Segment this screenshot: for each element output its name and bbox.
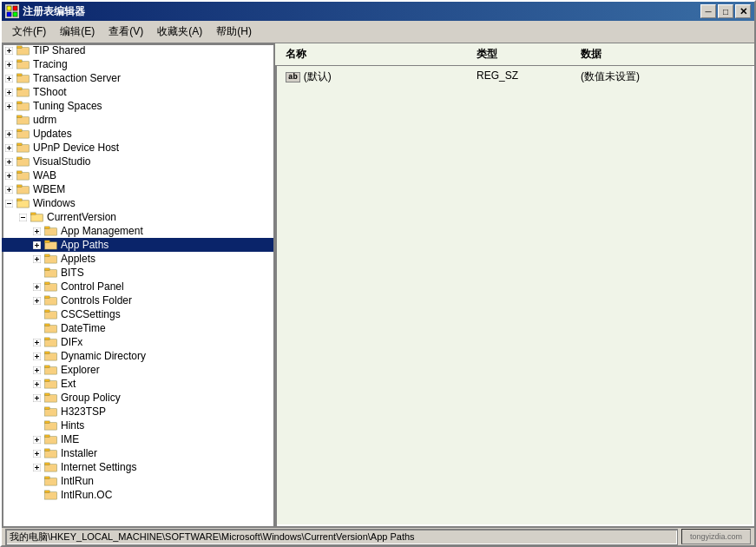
tree-label: IntlRun	[61, 475, 94, 487]
tree-toggle-minus[interactable]	[19, 214, 27, 221]
tree-item-grouppolicy[interactable]: Group Policy	[2, 391, 273, 405]
tree-toggle-plus[interactable]	[5, 144, 13, 152]
tree-item-ime[interactable]: IME	[2, 432, 273, 446]
tree-item-installer[interactable]: Installer	[2, 446, 273, 460]
tree-item-currentversion[interactable]: CurrentVersion	[2, 210, 273, 224]
right-panel-row[interactable]: ab (默认) REG_SZ (数值未设置)	[275, 66, 754, 88]
tree-toggle-plus[interactable]	[33, 436, 41, 444]
tree-label: CurrentVersion	[47, 211, 116, 223]
svg-rect-2	[7, 12, 11, 16]
menu-edit[interactable]: 编辑(E)	[53, 23, 102, 41]
tree-item-updates[interactable]: Updates	[2, 127, 273, 141]
tree-toggle-plus[interactable]	[33, 283, 41, 291]
svg-rect-134	[45, 451, 57, 458]
tree-item-internetsettings[interactable]: Internet Settings	[2, 460, 273, 474]
statusbar-path: 我的电脑\HKEY_LOCAL_MACHINE\SOFTWARE\Microso…	[5, 529, 678, 545]
tree-label: App Management	[61, 225, 143, 237]
tree-item-wab[interactable]: WAB	[2, 168, 273, 182]
tree-toggle-plus[interactable]	[33, 353, 41, 360]
close-button[interactable]: ✕	[735, 4, 751, 18]
tree-toggle-plus[interactable]	[33, 297, 41, 305]
tree-toggle-plus[interactable]	[33, 450, 41, 458]
folder-icon	[44, 226, 58, 236]
tree-toggle-empty	[33, 269, 41, 277]
tree-item-ext[interactable]: Ext	[2, 377, 273, 391]
folder-icon	[16, 170, 30, 181]
svg-rect-49	[17, 173, 30, 180]
tree-item-apppaths[interactable]: App Paths	[2, 238, 273, 252]
tree-item-intlrun[interactable]: IntlRun	[2, 474, 273, 488]
svg-rect-124	[45, 423, 57, 430]
menu-help[interactable]: 帮助(H)	[209, 23, 259, 41]
tree-label: Updates	[33, 128, 72, 140]
tree-label: Controls Folder	[61, 294, 132, 306]
tree-toggle-plus[interactable]	[5, 47, 13, 55]
svg-rect-81	[45, 270, 57, 277]
tree-toggle-plus[interactable]	[33, 227, 41, 235]
tree-toggle-plus[interactable]	[33, 241, 41, 249]
tree-toggle-plus[interactable]	[33, 366, 41, 374]
tree-item-difx[interactable]: DIFx	[2, 335, 273, 349]
tree-toggle-plus[interactable]	[5, 61, 13, 69]
svg-rect-12	[17, 62, 30, 69]
tree-item-dynamicdir[interactable]: Dynamic Directory	[2, 349, 273, 363]
folder-icon	[30, 212, 44, 222]
tree-panel[interactable]: TIP Shared Tracing Transaction Server TS…	[2, 43, 275, 526]
tree-item-udrm[interactable]: udrm	[2, 113, 273, 127]
tree-toggle-plus[interactable]	[5, 75, 13, 82]
tree-toggle-plus[interactable]	[5, 158, 13, 166]
tree-item-appmanagement[interactable]: App Management	[2, 224, 273, 238]
maximize-button[interactable]: □	[718, 4, 733, 18]
tree-toggle-plus[interactable]	[5, 186, 13, 194]
tree-item-applets[interactable]: Applets	[2, 252, 273, 266]
svg-rect-55	[17, 185, 23, 188]
tree-item-cscsettings[interactable]: CSCSettings	[2, 307, 273, 321]
svg-rect-111	[45, 366, 50, 368]
tree-item-controlsfolder[interactable]: Controls Folder	[2, 293, 273, 307]
folder-icon	[16, 198, 30, 208]
menu-file[interactable]: 文件(F)	[5, 23, 53, 41]
tree-item-bits[interactable]: BITS	[2, 266, 273, 280]
tree-item-h323tsp[interactable]: H323TSP	[2, 405, 273, 418]
folder-icon	[16, 115, 30, 125]
tree-item-tshoot[interactable]: TShoot	[2, 85, 273, 99]
tree-item-hints[interactable]: Hints	[2, 418, 273, 432]
minimize-button[interactable]: ─	[700, 4, 716, 18]
tree-toggle-plus[interactable]	[5, 172, 13, 180]
tree-item-explorer[interactable]: Explorer	[2, 363, 273, 377]
svg-rect-80	[45, 254, 50, 257]
svg-rect-65	[32, 215, 43, 221]
tree-label: Applets	[61, 253, 95, 265]
tree-item-visualstudio[interactable]: VisualStudio	[2, 155, 273, 168]
tree-toggle-plus[interactable]	[5, 89, 13, 96]
menu-view[interactable]: 查看(V)	[102, 23, 150, 41]
svg-rect-120	[45, 395, 57, 402]
svg-rect-60	[18, 201, 29, 207]
tree-item-datetime[interactable]: DateTime	[2, 321, 273, 335]
tree-toggle-plus[interactable]	[33, 255, 41, 263]
tree-item-upnp[interactable]: UPnP Device Host	[2, 141, 273, 155]
tree-item-tracing[interactable]: Tracing	[2, 57, 273, 71]
tree-item-transaction[interactable]: Transaction Server	[2, 71, 273, 85]
tree-toggle-minus[interactable]	[5, 200, 13, 208]
tree-item-tip[interactable]: TIP Shared	[2, 43, 273, 57]
folder-icon	[44, 490, 58, 500]
tree-toggle-plus[interactable]	[33, 339, 41, 346]
tree-item-wbem[interactable]: WBEM	[2, 182, 273, 196]
svg-rect-121	[45, 393, 50, 396]
tree-toggle-plus[interactable]	[33, 394, 41, 402]
tree-item-intlrunoc[interactable]: IntlRun.OC	[2, 488, 273, 502]
tree-toggle-plus[interactable]	[33, 380, 41, 388]
folder-icon	[16, 73, 30, 83]
tree-toggle-plus[interactable]	[5, 102, 13, 110]
menu-favorites[interactable]: 收藏夹(A)	[150, 23, 209, 41]
col-name: 名称	[279, 45, 470, 63]
tree-toggle-plus[interactable]	[33, 464, 41, 471]
svg-rect-7	[17, 48, 30, 55]
tree-item-controlpanel[interactable]: Control Panel	[2, 280, 273, 293]
svg-rect-86	[45, 284, 57, 291]
tree-item-tuning[interactable]: Tuning Spaces	[2, 99, 273, 113]
tree-item-windows[interactable]: Windows	[2, 196, 273, 210]
tree-toggle-empty	[33, 478, 41, 485]
tree-toggle-plus[interactable]	[5, 130, 13, 138]
